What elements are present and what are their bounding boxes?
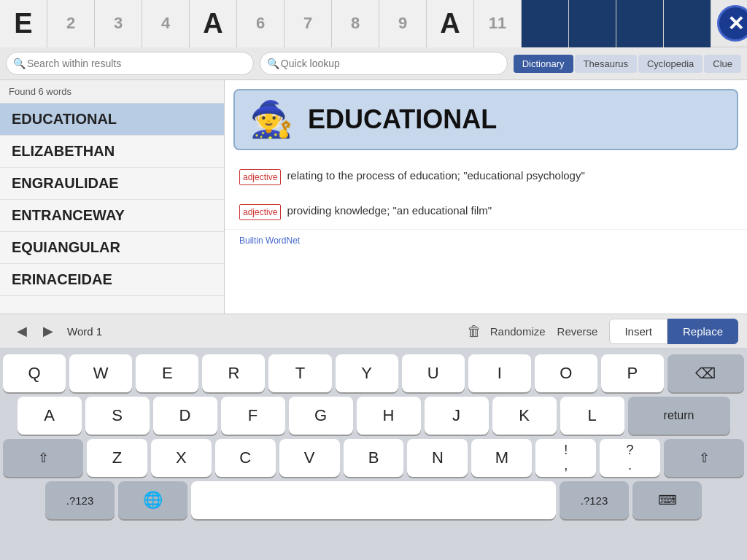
key-num-sym-right[interactable]: .?123 xyxy=(560,481,629,519)
key-S[interactable]: S xyxy=(85,397,150,435)
tile-dark4 xyxy=(664,0,711,47)
key-G[interactable]: G xyxy=(289,397,353,435)
definition-entry-1: adjective relating to the process of edu… xyxy=(225,159,747,194)
search-left-icon: 🔍 xyxy=(13,58,26,69)
key-J[interactable]: J xyxy=(425,397,489,435)
key-question-period[interactable]: ?. xyxy=(600,439,660,477)
word-item-equiangular[interactable]: EQUIANGULAR xyxy=(0,232,224,264)
close-button[interactable]: ✕ xyxy=(717,5,747,42)
bottom-toolbar: ◀ ▶ Word 1 🗑 Randomize Reverse Insert Re… xyxy=(0,314,747,349)
quick-lookup-input[interactable] xyxy=(260,52,508,75)
tile-A1[interactable]: A xyxy=(190,0,237,47)
tile-2[interactable]: 2 xyxy=(47,0,95,47)
key-P[interactable]: P xyxy=(601,354,664,392)
key-H[interactable]: H xyxy=(357,397,421,435)
definition-entry-2: adjective providing knowledge; "an educa… xyxy=(225,194,747,229)
key-K[interactable]: K xyxy=(492,397,557,435)
dict-button-dictionary[interactable]: Dictionary xyxy=(514,55,573,73)
key-D[interactable]: D xyxy=(153,397,217,435)
key-T[interactable]: T xyxy=(268,354,331,392)
tile-E[interactable]: E xyxy=(0,0,47,47)
key-C[interactable]: C xyxy=(215,439,276,477)
dict-button-cyclopedia[interactable]: Cyclopedia xyxy=(638,55,703,73)
tile-11[interactable]: 11 xyxy=(474,0,522,47)
key-keyboard-dismiss[interactable]: ⌨ xyxy=(632,481,702,519)
definition-panel: 🧙 EDUCATIONAL adjective relating to the … xyxy=(225,80,747,314)
key-num-sym-left[interactable]: .?123 xyxy=(45,481,115,519)
key-M[interactable]: M xyxy=(471,439,532,477)
quick-lookup-wrap: 🔍 xyxy=(260,52,508,75)
search-right-icon: 🔍 xyxy=(267,58,279,69)
keyboard: Q W E R T Y U I O P ⌫ A S D F G H J K L … xyxy=(0,349,747,526)
replace-button[interactable]: Replace xyxy=(667,319,738,344)
trash-button[interactable]: 🗑 xyxy=(467,323,481,340)
wizard-hat-icon: 🧙 xyxy=(249,99,293,140)
key-V[interactable]: V xyxy=(279,439,340,477)
key-B[interactable]: B xyxy=(344,439,404,477)
insert-button[interactable]: Insert xyxy=(609,319,667,344)
main-content: Found 6 words EDUCATIONAL ELIZABETHAN EN… xyxy=(0,80,747,314)
dict-tab-group: Dictionary Thesaurus Cyclopedia Clue xyxy=(514,55,741,73)
word-item-entranceway[interactable]: ENTRANCEWAY xyxy=(0,200,224,232)
key-R[interactable]: R xyxy=(202,354,265,392)
tile-dark2 xyxy=(569,0,616,47)
definition-word-title: EDUCATIONAL xyxy=(308,104,497,135)
definition-text-2: providing knowledge; "an educational fil… xyxy=(287,203,492,219)
key-shift-left[interactable]: ⇧ xyxy=(3,439,83,477)
prev-word-button[interactable]: ◀ xyxy=(9,318,35,344)
key-I[interactable]: I xyxy=(468,354,531,392)
keyboard-row-2: A S D F G H J K L return xyxy=(3,397,744,435)
key-A[interactable]: A xyxy=(18,397,82,435)
key-N[interactable]: N xyxy=(407,439,468,477)
key-space[interactable] xyxy=(191,481,556,519)
tile-4[interactable]: 4 xyxy=(142,0,190,47)
tile-8[interactable]: 8 xyxy=(332,0,379,47)
randomize-button[interactable]: Randomize xyxy=(490,325,546,338)
top-tile-bar: E 2 3 4 A 6 7 8 9 A 11 ✕ xyxy=(0,0,747,47)
tile-7[interactable]: 7 xyxy=(285,0,332,47)
word-list-panel: Found 6 words EDUCATIONAL ELIZABETHAN EN… xyxy=(0,80,225,314)
tile-dark3 xyxy=(616,0,664,47)
key-Z[interactable]: Z xyxy=(87,439,147,477)
tile-3[interactable]: 3 xyxy=(95,0,142,47)
key-Y[interactable]: Y xyxy=(336,354,398,392)
reverse-button[interactable]: Reverse xyxy=(557,325,598,338)
definition-header: 🧙 EDUCATIONAL xyxy=(233,89,738,150)
key-X[interactable]: X xyxy=(151,439,212,477)
key-Q[interactable]: Q xyxy=(3,354,66,392)
key-shift-right[interactable]: ⇧ xyxy=(664,439,744,477)
tile-dark1 xyxy=(522,0,569,47)
key-O[interactable]: O xyxy=(535,354,597,392)
tile-6[interactable]: 6 xyxy=(237,0,285,47)
key-exclaim-comma[interactable]: !, xyxy=(535,439,596,477)
word-item-engraulidae[interactable]: ENGRAULIDAE xyxy=(0,168,224,200)
key-U[interactable]: U xyxy=(402,354,465,392)
keyboard-row-4: .?123 🌐 .?123 ⌨ xyxy=(3,481,744,519)
next-word-button[interactable]: ▶ xyxy=(35,318,61,344)
dict-button-clue[interactable]: Clue xyxy=(704,55,741,73)
word-item-elizabethan[interactable]: ELIZABETHAN xyxy=(0,136,224,168)
key-L[interactable]: L xyxy=(560,397,624,435)
word-indicator: Word 1 xyxy=(67,325,102,338)
pos-badge-2: adjective xyxy=(239,204,281,220)
key-F[interactable]: F xyxy=(221,397,285,435)
search-within-wrap: 🔍 xyxy=(6,52,254,75)
search-bar: 🔍 🔍 Dictionary Thesaurus Cyclopedia Clue xyxy=(0,47,747,80)
word-item-educational[interactable]: EDUCATIONAL xyxy=(0,104,224,136)
key-return[interactable]: return xyxy=(628,397,730,435)
key-W[interactable]: W xyxy=(69,354,132,392)
keyboard-row-1: Q W E R T Y U I O P ⌫ xyxy=(3,354,744,392)
key-E[interactable]: E xyxy=(136,354,198,392)
search-within-input[interactable] xyxy=(6,52,254,75)
definition-text-1: relating to the process of education; "e… xyxy=(287,168,584,184)
tile-9[interactable]: 9 xyxy=(379,0,427,47)
key-backspace[interactable]: ⌫ xyxy=(667,354,744,392)
pos-badge-1: adjective xyxy=(239,169,281,185)
found-words-header: Found 6 words xyxy=(0,80,224,104)
key-globe[interactable]: 🌐 xyxy=(118,481,187,519)
keyboard-row-3: ⇧ Z X C V B N M !, ?. ⇧ xyxy=(3,439,744,477)
word-item-erinaceidae[interactable]: ERINACEIDAE xyxy=(0,264,224,296)
builtin-wordnet-ref: Builtin WordNet xyxy=(225,229,747,252)
dict-button-thesaurus[interactable]: Thesaurus xyxy=(575,55,637,73)
tile-A2[interactable]: A xyxy=(427,0,474,47)
